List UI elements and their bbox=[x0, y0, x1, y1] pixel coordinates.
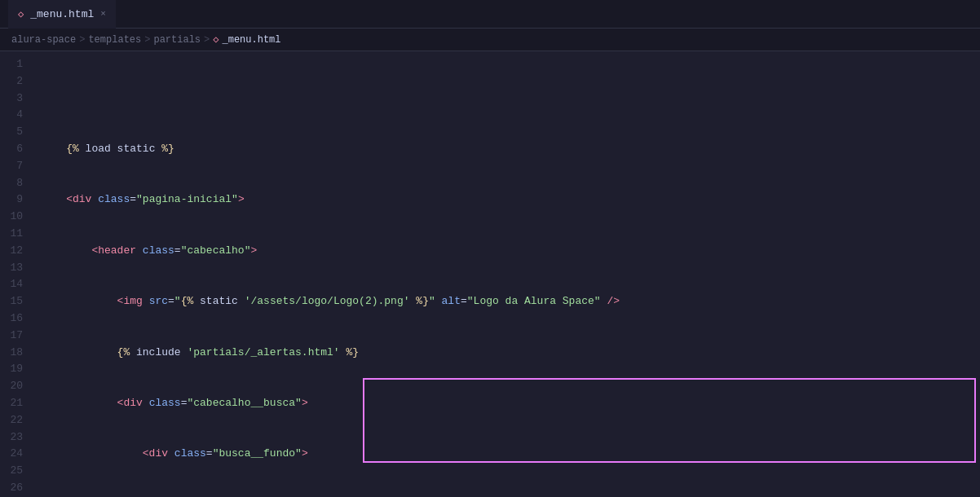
line-num-12: 12 bbox=[7, 243, 23, 260]
line-num-10: 10 bbox=[7, 209, 23, 226]
editor-area: 1 2 3 4 5 6 7 8 9 10 11 12 13 14 15 16 1… bbox=[0, 51, 980, 497]
code-content[interactable]: {% load static %} <div class="pagina-ini… bbox=[33, 51, 980, 497]
line-num-3: 3 bbox=[7, 90, 23, 108]
breadcrumb-templates: templates bbox=[88, 34, 141, 46]
line-num-6: 6 bbox=[7, 141, 23, 158]
breadcrumb-sep1: > bbox=[79, 34, 85, 46]
code-line-5: {% include 'partials/_alertas.html' %} bbox=[41, 345, 980, 362]
breadcrumb-file: _menu.html bbox=[222, 34, 280, 46]
line-num-17: 17 bbox=[7, 328, 23, 345]
breadcrumb-partials: partials bbox=[153, 34, 201, 46]
line-num-18: 18 bbox=[7, 345, 23, 362]
code-line-1: {% load static %} bbox=[41, 141, 980, 158]
line-num-16: 16 bbox=[7, 310, 23, 328]
line-num-1: 1 bbox=[7, 56, 23, 73]
title-bar: ◇ _menu.html × bbox=[0, 0, 980, 29]
line-num-21: 21 bbox=[7, 395, 23, 412]
line-num-22: 22 bbox=[7, 412, 23, 429]
breadcrumb-file-icon: ◇ bbox=[213, 33, 219, 46]
line-num-2: 2 bbox=[7, 73, 23, 90]
tab-label: _menu.html bbox=[30, 8, 94, 20]
line-num-15: 15 bbox=[7, 293, 23, 310]
tab-close-button[interactable]: × bbox=[100, 9, 106, 19]
breadcrumb-root: alura-space bbox=[11, 34, 76, 46]
code-line-7: <div class="busca__fundo"> bbox=[41, 446, 980, 463]
line-num-8: 8 bbox=[7, 175, 23, 192]
breadcrumb-sep3: > bbox=[204, 34, 210, 46]
line-num-11: 11 bbox=[7, 226, 23, 243]
line-num-5: 5 bbox=[7, 124, 23, 141]
line-num-20: 20 bbox=[7, 378, 23, 395]
line-num-26: 26 bbox=[7, 480, 23, 497]
breadcrumb: alura-space > templates > partials > ◇ _… bbox=[0, 29, 980, 51]
line-num-4: 4 bbox=[7, 107, 23, 124]
line-num-7: 7 bbox=[7, 158, 23, 175]
line-num-19: 19 bbox=[7, 361, 23, 378]
line-num-14: 14 bbox=[7, 276, 23, 293]
breadcrumb-sep2: > bbox=[144, 34, 150, 46]
editor-tab[interactable]: ◇ _menu.html × bbox=[8, 0, 116, 29]
line-num-24: 24 bbox=[7, 446, 23, 463]
code-line-3: <header class="cabecalho"> bbox=[41, 243, 980, 260]
line-num-23: 23 bbox=[7, 429, 23, 446]
line-numbers: 1 2 3 4 5 6 7 8 9 10 11 12 13 14 15 16 1… bbox=[0, 51, 33, 497]
line-num-9: 9 bbox=[7, 191, 23, 209]
code-line-4: <img src="{% static '/assets/logo/Logo(2… bbox=[41, 293, 980, 310]
file-icon: ◇ bbox=[18, 8, 24, 20]
line-num-25: 25 bbox=[7, 463, 23, 480]
code-line-6: <div class="cabecalho__busca"> bbox=[41, 395, 980, 412]
code-line-2: <div class="pagina-inicial"> bbox=[41, 191, 980, 209]
line-num-13: 13 bbox=[7, 260, 23, 277]
